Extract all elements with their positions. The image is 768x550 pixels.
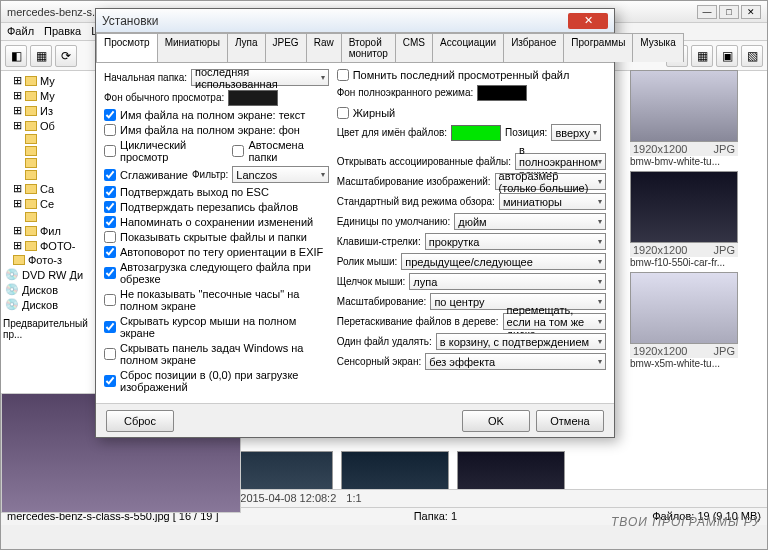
filename-bg-check[interactable]: Имя файла на полном экране: фон: [104, 124, 329, 136]
drag-tree-combo[interactable]: перемещать, если на том же диске: [503, 313, 606, 330]
hide-cursor-check[interactable]: Скрывать курсор мыши на полном экране: [104, 315, 329, 339]
thumbnail[interactable]: 1920x1200JPG bmw-bmv-white-tu...: [630, 70, 738, 167]
tool-btn[interactable]: ◧: [5, 45, 27, 67]
tab-fav[interactable]: Избраное: [503, 33, 564, 62]
arrows-combo[interactable]: прокрутка: [425, 233, 606, 250]
start-folder-combo[interactable]: последняя использованная: [191, 69, 329, 86]
tab-assoc[interactable]: Ассоциации: [432, 33, 504, 62]
close-button[interactable]: ✕: [741, 5, 761, 19]
tool-btn[interactable]: ⟳: [55, 45, 77, 67]
std-view-combo[interactable]: миниатюры: [499, 193, 606, 210]
confirm-overwrite-check[interactable]: Подтверждать перезапись файлов: [104, 201, 329, 213]
autoload-next-check[interactable]: Автозагрузка следующего файла при обрезк…: [104, 261, 329, 285]
ok-button[interactable]: OK: [462, 410, 530, 432]
thumbnail[interactable]: 1920x1200JPG bmw-f10-550i-car-fr...: [630, 171, 738, 268]
confirm-esc-check[interactable]: Подтверждать выход по ESC: [104, 186, 329, 198]
remember-last-check[interactable]: Помнить последний просмотренный файл: [337, 69, 606, 81]
reset-button[interactable]: Сброс: [106, 410, 174, 432]
position-combo[interactable]: вверху: [551, 124, 601, 141]
wheel-combo[interactable]: предыдущее/следующее: [401, 253, 606, 270]
smoothing-check[interactable]: Сглаживание: [104, 169, 188, 181]
maximize-button[interactable]: □: [719, 5, 739, 19]
settings-dialog: Установки ✕ Просмотр Миниатюры Лупа JPEG…: [95, 8, 615, 438]
tabs: Просмотр Миниатюры Лупа JPEG Raw Второй …: [96, 33, 614, 63]
filename-text-check[interactable]: Имя файла на полном экране: текст: [104, 109, 329, 121]
show-hidden-check[interactable]: Показывать скрытые файлы и папки: [104, 231, 329, 243]
click-combo[interactable]: лупа: [409, 273, 606, 290]
no-hourglass-check[interactable]: Не показывать "песочные часы" на полном …: [104, 288, 329, 312]
cancel-button[interactable]: Отмена: [536, 410, 604, 432]
tab-monitor[interactable]: Второй монитор: [341, 33, 396, 62]
tab-cms[interactable]: CMS: [395, 33, 433, 62]
hide-taskbar-check[interactable]: Скрывать панель задач Windows на полном …: [104, 342, 329, 366]
thumbnail[interactable]: 1920x1200JPG widescreen-walls-nis...: [457, 451, 565, 489]
del-one-combo[interactable]: в корзину, с подтверждением: [436, 333, 606, 350]
touch-combo[interactable]: без эффекта: [425, 353, 606, 370]
dialog-close-button[interactable]: ✕: [568, 13, 608, 29]
units-combo[interactable]: дюйм: [454, 213, 606, 230]
remind-save-check[interactable]: Напоминать о сохранении изменений: [104, 216, 329, 228]
tool-btn[interactable]: ▧: [741, 45, 763, 67]
tab-prog[interactable]: Программы: [563, 33, 633, 62]
bold-check[interactable]: Жирный: [337, 107, 396, 119]
tab-thumbs[interactable]: Миниатюры: [157, 33, 228, 62]
bg-color-swatch[interactable]: [228, 90, 278, 106]
thumbnail[interactable]: 1920x1200JPG mercedes-ml63-am...: [225, 451, 333, 489]
minimize-button[interactable]: —: [697, 5, 717, 19]
preview-label: Предварительный пр...: [3, 318, 98, 340]
tab-music[interactable]: Музыка: [632, 33, 683, 62]
fs-bg-swatch[interactable]: [477, 85, 527, 101]
name-color-swatch[interactable]: [451, 125, 501, 141]
tab-jpeg[interactable]: JPEG: [265, 33, 307, 62]
tool-btn[interactable]: ▦: [30, 45, 52, 67]
tab-raw[interactable]: Raw: [306, 33, 342, 62]
tool-btn[interactable]: ▦: [691, 45, 713, 67]
cyclic-check[interactable]: Циклический просмотр: [104, 139, 228, 163]
autosave-check[interactable]: Автосмена папки: [232, 139, 328, 163]
menu-edit[interactable]: Правка: [44, 25, 81, 38]
tab-view[interactable]: Просмотр: [96, 33, 158, 62]
tool-btn[interactable]: ▣: [716, 45, 738, 67]
menu-file[interactable]: Файл: [7, 25, 34, 38]
exif-rotate-check[interactable]: Автоповорот по тегу ориентации в EXIF: [104, 246, 329, 258]
reset-pos-check[interactable]: Сброс позиции в (0,0) при загрузке изобр…: [104, 369, 329, 393]
scale-combo[interactable]: авторазмер (только большие): [495, 173, 606, 190]
filter-combo[interactable]: Lanczos: [232, 166, 328, 183]
open-assoc-combo[interactable]: в полноэкранном режиме: [515, 153, 606, 170]
thumbnail[interactable]: 1920x1200JPG nissan-dualis-mashi...: [341, 451, 449, 489]
thumbnail[interactable]: 1920x1200JPG bmw-x5m-white-tu...: [630, 272, 738, 369]
dialog-title: Установки: [102, 14, 568, 28]
tab-loupe[interactable]: Лупа: [227, 33, 266, 62]
watermark: ТВОИ ПРОГРАММЫ РУ: [611, 515, 761, 529]
